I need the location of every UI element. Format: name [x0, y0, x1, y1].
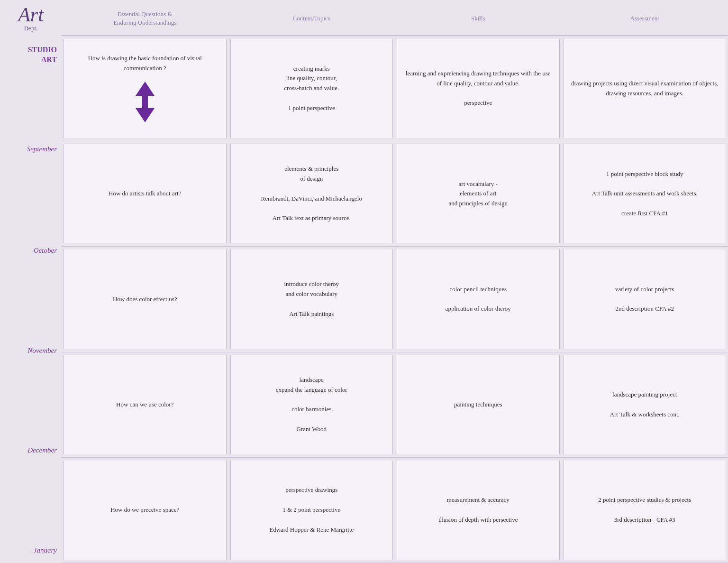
cell-3-4-content: landscape painting project Art Talk & wo…	[610, 390, 680, 419]
cell-4-4-content: 2 point perspective studies & projects 3…	[598, 495, 691, 525]
cell-1-2-content: elements & principles of design Rembrand…	[261, 164, 362, 223]
cell-3-4: landscape painting project Art Talk & wo…	[564, 355, 727, 454]
cell-3-3-content: painting techniques	[454, 400, 502, 410]
art-title: Art	[4, 5, 58, 25]
cell-0-3-content: learning and expreiencing drawing techni…	[403, 69, 554, 108]
header-col-1-text: Essential Questions & Enduring Understan…	[113, 10, 176, 26]
dept-cell: Art Dept.	[0, 5, 62, 32]
data-row-0: How is drawing the basic foundation of v…	[62, 36, 728, 141]
svg-marker-0	[136, 82, 155, 96]
header-col-2-text: Content/Topics	[293, 15, 330, 22]
double-arrow-icon	[131, 81, 159, 123]
cell-3-3: painting techniques	[397, 355, 560, 454]
cell-1-1-content: How do artists talk about art?	[109, 189, 181, 199]
december-label: December	[27, 446, 57, 454]
cell-3-2: landscape expand the language of color c…	[230, 355, 393, 454]
header-col-2: Content/Topics	[228, 12, 395, 25]
label-october: October	[0, 164, 62, 264]
header-col-1: Essential Questions & Enduring Understan…	[62, 8, 228, 29]
cell-1-4: 1 point perspective block study Art Talk…	[564, 144, 727, 243]
header-col-3: Skills	[395, 12, 562, 25]
october-label: October	[34, 247, 57, 255]
cell-1-3: art vocabulary - elements of art and pri…	[397, 144, 560, 243]
cell-0-4: drawing projects using direct visual exa…	[564, 39, 727, 138]
label-september: September	[0, 141, 62, 164]
cell-2-4-content: variety of color projects 2nd descriptio…	[615, 285, 674, 314]
cell-2-4: variety of color projects 2nd descriptio…	[564, 249, 727, 349]
header-col-3-text: Skills	[471, 15, 485, 22]
cell-0-1-content: How is drawing the basic foundation of v…	[70, 54, 220, 124]
cell-1-3-content: art vocabulary - elements of art and pri…	[448, 179, 508, 209]
page: Art Dept. Essential Questions & Enduring…	[0, 0, 728, 563]
cell-2-2: introduce color theroy and color vocabul…	[230, 249, 393, 349]
cell-3-1: How can we use color?	[64, 355, 227, 454]
cell-2-1: How does color effect us?	[64, 249, 227, 349]
cell-4-3-content: measurement & accuracy illusion of depth…	[438, 495, 518, 525]
cell-2-1-content: How does color effect us?	[113, 295, 177, 305]
cell-1-2: elements & principles of design Rembrand…	[230, 144, 393, 243]
cell-1-4-content: 1 point perspective block study Art Talk…	[592, 169, 698, 219]
dept-label: Dept.	[4, 25, 58, 32]
cell-0-4-content: drawing projects using direct visual exa…	[570, 79, 720, 99]
november-label: November	[27, 347, 57, 355]
data-columns: How is drawing the basic foundation of v…	[62, 36, 728, 563]
cell-1-1: How do artists talk about art?	[64, 144, 227, 243]
studio-art-label: STUDIOART	[28, 45, 57, 65]
cell-4-3: measurement & accuracy illusion of depth…	[397, 461, 560, 560]
question-text-0: How is drawing the basic foundation of v…	[70, 54, 220, 74]
data-row-1: How do artists talk about art? elements …	[62, 141, 728, 246]
cell-2-3-content: color pencil techniques application of c…	[446, 285, 511, 314]
cell-0-2-content: creating marks line quality, contour, cr…	[284, 64, 339, 113]
data-row-2: How does color effect us? introduce colo…	[62, 246, 728, 351]
cell-3-2-content: landscape expand the language of color c…	[276, 375, 347, 434]
cell-0-2: creating marks line quality, contour, cr…	[230, 39, 393, 138]
svg-marker-3	[136, 108, 155, 122]
data-row-4: How do we preceive space? perspective dr…	[62, 457, 728, 563]
january-label: January	[34, 546, 57, 554]
label-january: January	[0, 463, 62, 563]
data-row-3: How can we use color? landscape expand t…	[62, 352, 728, 457]
cell-4-1: How do we preceive space?	[64, 461, 227, 560]
cell-4-1-content: How do we preceive space?	[110, 505, 179, 515]
header-row: Art Dept. Essential Questions & Enduring…	[0, 0, 728, 35]
label-column: STUDIOART September October November Dec…	[0, 36, 62, 563]
cell-4-2-content: perspective drawings 1 & 2 point perspec…	[269, 485, 354, 535]
cell-3-1-content: How can we use color?	[116, 400, 173, 410]
header-col-4: Assessment	[562, 12, 728, 25]
label-november: November	[0, 263, 62, 363]
grid-body: STUDIOART September October November Dec…	[0, 36, 728, 563]
september-label: September	[27, 145, 57, 153]
cell-2-3: color pencil techniques application of c…	[397, 249, 560, 349]
cell-0-1: How is drawing the basic foundation of v…	[64, 39, 227, 138]
header-col-4-text: Assessment	[630, 15, 659, 22]
cell-4-2: perspective drawings 1 & 2 point perspec…	[230, 461, 393, 560]
cell-0-3: learning and expreiencing drawing techni…	[397, 39, 560, 138]
label-december: December	[0, 363, 62, 463]
cell-4-4: 2 point perspective studies & projects 3…	[564, 461, 727, 560]
cell-2-2-content: introduce color theroy and color vocabul…	[284, 279, 339, 319]
label-studio-art: STUDIOART	[0, 36, 62, 141]
